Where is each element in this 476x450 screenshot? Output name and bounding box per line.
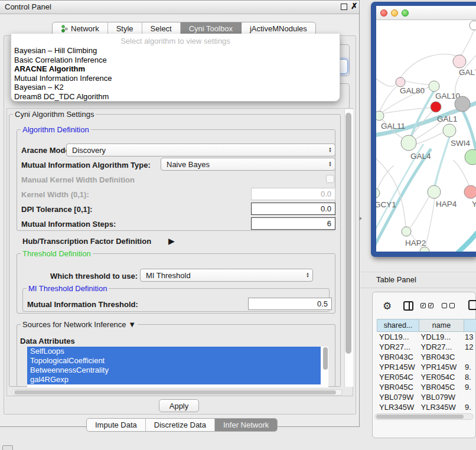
- manual-kernel-label: Manual Kernel Width Definition: [21, 175, 135, 184]
- close-icon[interactable]: ✗: [351, 1, 358, 11]
- checked-checkbox-icon[interactable]: ✓: [428, 303, 433, 308]
- network-view-window[interactable]: GAL7GAL80GAL10GAL1SWI4GAL11GAL4GCY1HAP4Y…: [371, 2, 476, 257]
- table-cell: YDL19...: [377, 332, 419, 342]
- table-cell: YBR043C: [377, 352, 419, 362]
- algorithm-definition-title: Algorithm Definition: [21, 125, 91, 134]
- table-row[interactable]: YDR27...YDR27...12: [377, 342, 476, 352]
- collapse-arrow-icon[interactable]: ▼: [128, 320, 136, 329]
- table-row[interactable]: YBR045CYBR045C9.: [377, 382, 476, 392]
- tab-network[interactable]: Network: [53, 22, 108, 35]
- algorithm-option[interactable]: Bayesian – K2: [14, 83, 337, 92]
- close-traffic-light-icon[interactable]: [380, 9, 387, 17]
- network-node-hap4[interactable]: [428, 185, 441, 198]
- expander-arrow-icon[interactable]: ▶: [168, 236, 175, 246]
- table-row[interactable]: YBL079WYBL079W: [377, 392, 476, 402]
- network-node[interactable]: [470, 21, 476, 30]
- minimized-panel-icon[interactable]: [2, 445, 13, 450]
- network-node-gal10[interactable]: [429, 81, 439, 92]
- float-window-icon[interactable]: [341, 4, 347, 10]
- which-threshold-combo[interactable]: MI Threshold ▲▼: [140, 269, 313, 282]
- mi-threshold-field[interactable]: 0.5: [248, 298, 332, 310]
- attribute-list-item[interactable]: BetweennessCentrality: [27, 366, 321, 375]
- network-canvas[interactable]: GAL7GAL80GAL10GAL1SWI4GAL11GAL4GCY1HAP4Y…: [376, 20, 476, 252]
- table-cell: YPR145W: [419, 362, 462, 372]
- tab-jactivemnodules[interactable]: jActiveMNodules: [242, 22, 315, 35]
- algorithm-option[interactable]: Mutual Information Inference: [14, 74, 337, 83]
- network-node-gal7[interactable]: [453, 55, 466, 68]
- aracne-mode-combo[interactable]: Discovery ▲▼: [66, 144, 335, 156]
- vertical-scrollbar-thumb[interactable]: [345, 113, 351, 354]
- tab-label: Style: [116, 24, 133, 33]
- network-node-y[interactable]: [464, 185, 476, 198]
- dpi-tolerance-field[interactable]: 0.0: [251, 203, 335, 215]
- network-node[interactable]: [455, 96, 470, 112]
- mi-type-label: Mutual Information Algorithm Type:: [21, 161, 151, 169]
- control-panel-titlebar[interactable]: Control Panel ✗: [0, 1, 359, 14]
- algorithm-option[interactable]: Dream8 DC_TDC Algorithm: [14, 92, 337, 102]
- algorithm-option[interactable]: ARACNE Algorithm: [14, 64, 337, 74]
- table-column-header[interactable]: shared...: [377, 319, 419, 332]
- zoom-traffic-light-icon[interactable]: [402, 9, 409, 17]
- tab-infer-network[interactable]: Infer Network: [215, 419, 277, 431]
- columns-icon[interactable]: [403, 301, 413, 311]
- data-attributes-list[interactable]: SelfLoopsTopologicalCoefficientBetweenne…: [27, 347, 328, 387]
- algorithm-option[interactable]: Basic Correlation Inference: [14, 56, 337, 65]
- network-node-gal4[interactable]: [401, 135, 416, 151]
- kernel-width-field[interactable]: 0.0: [251, 188, 335, 200]
- network-node-gcy1[interactable]: [376, 188, 380, 198]
- kernel-width-label: Kernel Width (0,1):: [21, 190, 89, 199]
- table-cell: YDR27...: [377, 342, 419, 352]
- attribute-list-item[interactable]: TopologicalCoefficient: [27, 356, 321, 366]
- mi-type-combo[interactable]: Naive Bayes ▲▼: [161, 158, 335, 171]
- tab-cyni-toolbox[interactable]: Cyni Toolbox: [181, 22, 242, 35]
- unchecked-checkbox-icon[interactable]: [442, 303, 447, 308]
- tab-label: Infer Network: [223, 420, 269, 429]
- network-node-label: HAP2: [405, 239, 426, 247]
- network-node-label: GAL4: [410, 152, 431, 161]
- network-node[interactable]: [420, 247, 429, 252]
- table-panel-title: Table Panel: [376, 275, 416, 284]
- algorithm-option[interactable]: Bayesian – Hill Climbing: [14, 46, 337, 56]
- gear-icon[interactable]: ⚙: [383, 300, 392, 312]
- network-node-hap2[interactable]: [402, 227, 411, 236]
- horizontal-scrollbar-thumb[interactable]: [14, 390, 336, 394]
- unchecked-checkbox-icon[interactable]: [449, 303, 455, 308]
- table-panel-header[interactable]: Table Panel: [361, 272, 476, 288]
- network-window-titlebar[interactable]: [376, 6, 476, 20]
- mi-steps-field[interactable]: 6: [251, 217, 335, 230]
- infer-tabbar: Impute DataDiscretize DataInfer Network: [86, 418, 278, 432]
- attribute-list-item[interactable]: SelfLoops: [27, 347, 321, 356]
- network-node[interactable]: [465, 149, 476, 165]
- table-row[interactable]: YLR345WYLR345W9.: [377, 402, 476, 412]
- tab-style[interactable]: Style: [108, 22, 142, 35]
- tab-impute-data[interactable]: Impute Data: [87, 419, 146, 431]
- hub-definition-expander[interactable]: Hub/Transcription Factor Definition: [22, 237, 151, 246]
- table-hscrollbar-thumb[interactable]: [376, 415, 464, 419]
- network-node-gal11[interactable]: [376, 111, 384, 120]
- table-header-row: shared...name: [377, 319, 476, 332]
- table-cell: [462, 392, 476, 402]
- table-row[interactable]: YDL19...YDL19...13: [377, 332, 476, 342]
- attribute-list-item[interactable]: gal4RGexp: [27, 375, 321, 384]
- checked-checkbox-icon[interactable]: ✓: [420, 303, 426, 308]
- apply-button[interactable]: Apply: [159, 399, 199, 412]
- splitter-arrow-icon[interactable]: [360, 217, 362, 220]
- tab-discretize-data[interactable]: Discretize Data: [146, 419, 215, 431]
- network-node-gal80[interactable]: [396, 77, 405, 87]
- table-row[interactable]: YPR145WYPR145W9.: [377, 362, 476, 372]
- network-node-gal1[interactable]: [431, 102, 441, 112]
- network-node-swi4[interactable]: [443, 124, 456, 137]
- table-cell: YLR345W: [419, 402, 462, 412]
- table-row[interactable]: YBR043CYBR043C: [377, 352, 476, 362]
- mi-type-value: Naive Bayes: [167, 160, 210, 169]
- tab-select[interactable]: Select: [142, 22, 181, 35]
- algorithm-dropdown-popup: Select algorithm to view settings Bayesi…: [11, 34, 340, 102]
- table-column-header[interactable]: name: [419, 319, 464, 332]
- table-column-header[interactable]: [464, 319, 476, 332]
- manual-kernel-checkbox[interactable]: [326, 175, 334, 183]
- network-node-label: GAL80: [400, 86, 425, 95]
- table-row[interactable]: YER054CYER054C8.: [377, 372, 476, 382]
- minimize-traffic-light-icon[interactable]: [391, 9, 398, 17]
- list-scrollbar-thumb[interactable]: [323, 347, 328, 370]
- document-icon[interactable]: [468, 300, 476, 310]
